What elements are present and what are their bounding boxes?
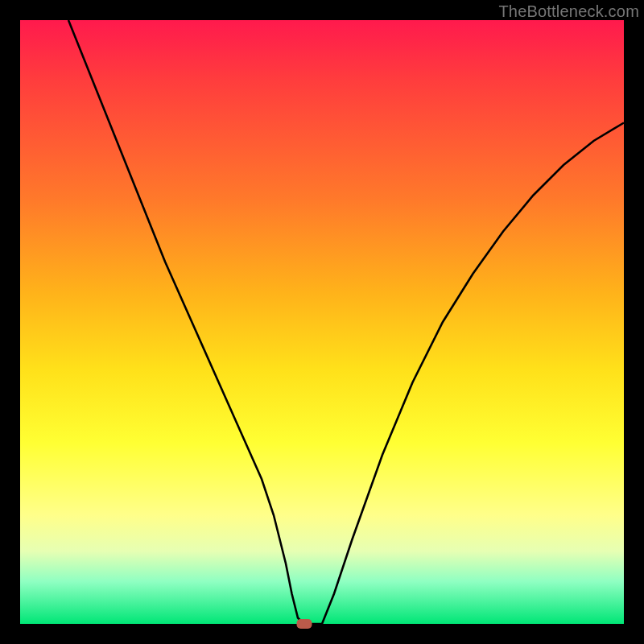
plot-area — [20, 20, 624, 624]
optimum-marker — [296, 619, 312, 629]
watermark-text: TheBottleneck.com — [498, 2, 639, 21]
bottleneck-curve — [20, 20, 624, 624]
curve-path — [68, 20, 624, 624]
chart-frame: TheBottleneck.com — [0, 0, 644, 644]
